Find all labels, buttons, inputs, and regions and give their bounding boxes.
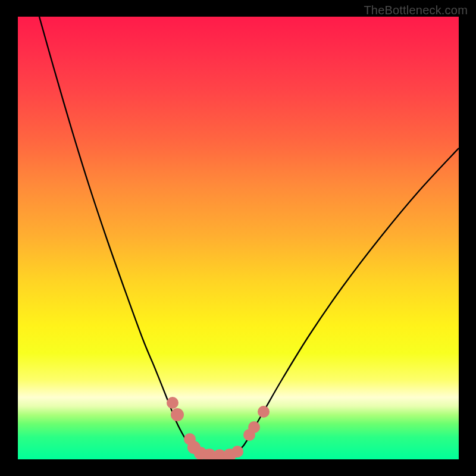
watermark-text: TheBottleneck.com	[364, 4, 468, 17]
bead-icon	[258, 406, 270, 418]
bead-icon	[167, 397, 178, 409]
plot-area	[18, 17, 459, 459]
frame: TheBottleneck.com	[0, 0, 476, 476]
bead-icon	[248, 421, 260, 433]
curve-right-branch	[236, 148, 459, 453]
bead-cluster	[167, 397, 270, 459]
bead-icon	[171, 408, 184, 421]
curve-left-branch	[39, 17, 196, 453]
curve-layer	[18, 17, 459, 459]
bead-icon	[231, 446, 243, 458]
